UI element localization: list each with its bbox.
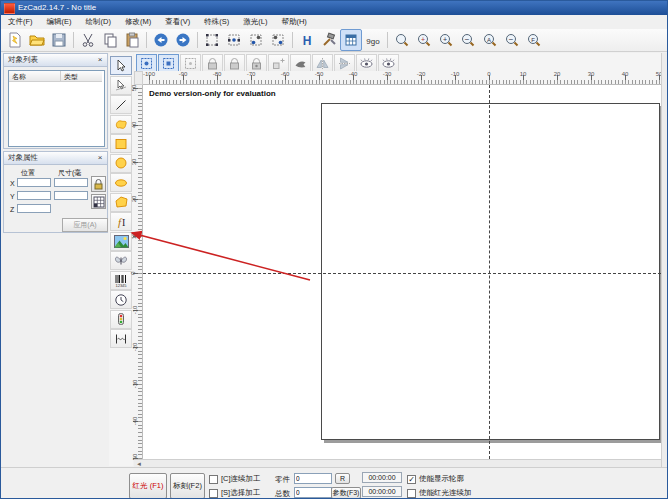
pos-x-input[interactable] [17, 178, 51, 187]
calculator-icon[interactable] [340, 29, 362, 51]
object-properties-header: 对象属性 × [4, 152, 107, 165]
reset-count-button[interactable]: R [335, 473, 350, 484]
hatch-icon[interactable]: H [296, 29, 318, 51]
continuous-mark-checkbox[interactable]: [C]连续加工 [209, 474, 261, 484]
size-label: 尺寸(毫 [58, 168, 81, 178]
z-axis-label: Z [10, 206, 14, 213]
object-properties-panel: 对象属性 × 位置 尺寸(毫 X Y Z 应用(A) [3, 151, 108, 233]
param-button[interactable]: 参数(F3) [331, 487, 361, 499]
ruler-tick-label: 20 [554, 71, 561, 77]
zoom-minus-icon[interactable]: − [501, 29, 523, 51]
checkbox-box[interactable] [209, 475, 218, 484]
node-move-icon[interactable] [245, 29, 267, 51]
coordinates-icon[interactable]: 9go [362, 29, 384, 51]
show-contour-checkbox[interactable]: ✓ 使能显示轮廓 [407, 474, 464, 484]
zoom-fit-icon[interactable]: F [523, 29, 545, 51]
cut-icon[interactable] [77, 29, 99, 51]
close-icon[interactable]: × [95, 152, 105, 164]
lock-aspect-button[interactable] [91, 176, 106, 192]
ruler-tick-label: 20 [131, 196, 137, 203]
node-edit-tool[interactable] [110, 76, 132, 95]
bitmap-tool[interactable] [110, 232, 132, 251]
total-count-input[interactable] [294, 487, 332, 498]
copy-icon[interactable] [99, 29, 121, 51]
part-count-input[interactable] [294, 473, 332, 484]
ellipse-tool[interactable] [110, 173, 132, 192]
object-list-title: 对象列表 [8, 55, 38, 64]
checkbox-box[interactable] [407, 489, 416, 498]
vector-file-tool[interactable] [110, 251, 132, 270]
menu-laser[interactable]: 激光(L) [236, 15, 274, 29]
select-mark-checkbox[interactable]: [S]选择加工 [209, 488, 260, 498]
curve-tool[interactable] [110, 115, 132, 134]
zoom-out-icon[interactable]: − [457, 29, 479, 51]
circle-tool[interactable] [110, 154, 132, 173]
ruler-tick-label: 40 [131, 122, 137, 129]
title-bar[interactable]: EzCad2.14.7 - No title [1, 1, 668, 15]
undo-icon[interactable] [150, 29, 172, 51]
node-select-icon[interactable] [223, 29, 245, 51]
ruler-tick-label: -60 [281, 71, 290, 77]
input-output-tool[interactable] [110, 310, 132, 329]
checkbox-label: 使能显示轮廓 [419, 474, 464, 484]
pos-z-input[interactable] [17, 204, 51, 213]
left-ruler: 50403020100-10-20-30-40-50 [133, 85, 143, 459]
ruler-tick-label: 0 [130, 271, 136, 274]
svg-text:H: H [303, 34, 312, 48]
spiral-tool[interactable] [110, 329, 132, 348]
array-copy-icon[interactable] [201, 29, 223, 51]
zoom-window-icon[interactable] [391, 29, 413, 51]
zoom-all-icon[interactable]: A [479, 29, 501, 51]
menu-view[interactable]: 查看(V) [158, 15, 197, 29]
app-icon [4, 3, 15, 14]
svg-text:−: − [509, 35, 514, 44]
mark-button[interactable]: 标刻(F2) [170, 473, 205, 499]
menu-draw[interactable]: 绘制(D) [79, 15, 118, 29]
checkbox-box[interactable]: ✓ [407, 475, 416, 484]
size-x-input[interactable] [54, 178, 88, 187]
menu-file[interactable]: 文件(F) [1, 15, 40, 29]
red-light-continuous-checkbox[interactable]: 使能红光连续加 [407, 488, 472, 498]
menu-modify[interactable]: 修改(M) [118, 15, 158, 29]
menu-help[interactable]: 帮助(H) [274, 15, 313, 29]
marking-status-bar: 红光 (F1) 标刻(F2) [C]连续加工 [S]选择加工 零件 R 总数 参… [1, 467, 668, 499]
svg-text:F: F [531, 37, 535, 43]
text-tool[interactable]: fI [110, 212, 132, 231]
apply-button[interactable]: 应用(A) [62, 218, 108, 232]
size-y-input[interactable] [54, 191, 88, 200]
red-light-button[interactable]: 红光 (F1) [129, 473, 167, 499]
ruler-tick-label: 30 [131, 159, 137, 166]
column-header-type[interactable]: 类型 [61, 71, 102, 82]
tools-icon[interactable] [318, 29, 340, 51]
object-list-table[interactable]: 名称 类型 [8, 70, 105, 147]
svg-text:+: + [443, 36, 447, 43]
pos-y-input[interactable] [17, 191, 51, 200]
delay-tool[interactable] [110, 290, 132, 309]
separator [146, 32, 147, 48]
redo-icon[interactable] [172, 29, 194, 51]
menu-edit[interactable]: 编辑(E) [40, 15, 79, 29]
separator [197, 32, 198, 48]
zoom-in-icon[interactable]: + [435, 29, 457, 51]
new-icon[interactable] [4, 29, 26, 51]
node-delete-icon[interactable] [267, 29, 289, 51]
paste-icon[interactable] [121, 29, 143, 51]
zoom-pan-icon[interactable]: + [413, 29, 435, 51]
canvas-area[interactable]: Demo version-only for evaluation [143, 85, 661, 459]
column-header-name[interactable]: 名称 [9, 71, 61, 82]
horizontal-scrollbar[interactable]: ◄ [134, 459, 661, 467]
open-icon[interactable] [26, 29, 48, 51]
save-icon[interactable] [48, 29, 70, 51]
close-icon[interactable]: × [95, 54, 105, 66]
line-tool[interactable] [110, 95, 132, 114]
select-tool[interactable] [110, 56, 132, 75]
rectangle-tool[interactable] [110, 134, 132, 153]
checkbox-box[interactable] [209, 489, 218, 498]
polygon-tool[interactable] [110, 193, 132, 212]
table-icon [93, 196, 105, 208]
traffic-light-icon [114, 312, 128, 326]
demo-watermark: Demo version-only for evaluation [149, 89, 276, 98]
menu-special[interactable]: 特殊(S) [197, 15, 236, 29]
array-table-button[interactable] [91, 194, 106, 209]
vertical-scrollbar[interactable] [661, 53, 668, 467]
